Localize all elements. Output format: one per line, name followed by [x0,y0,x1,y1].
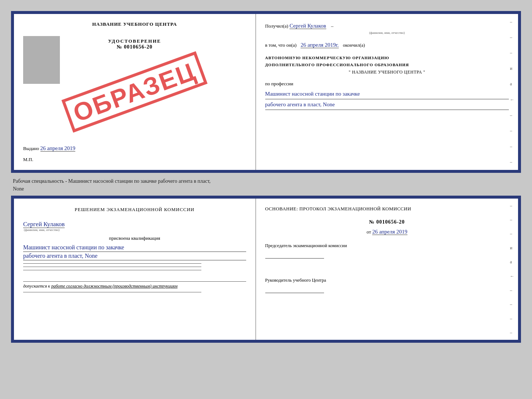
chairman-block: Председатель экзаменационной комиссии [265,242,509,259]
protocol-number: № 0010656-20 [265,219,509,225]
head-block: Руководитель учебного Центра [265,277,509,293]
head-signature-line [265,286,324,293]
page-wrapper: НАЗВАНИЕ УЧЕБНОГО ЦЕНТРА УДОСТОВЕРЕНИЕ №… [7,7,525,346]
profession-line2: рабочего агента в пласт, None [265,100,509,110]
date-label: в том, что он(а) [265,42,297,48]
decision-title: Решением экзаменационной комиссии [23,206,246,213]
org-line2: ДОПОЛНИТЕЛЬНОГО ПРОФЕССИОНАЛЬНОГО ОБРАЗО… [265,61,509,68]
name-hint: (фамилия, имя, отчество) [24,228,246,232]
finished-label: окончил(а) [343,42,365,48]
profession-label: по профессии [265,80,509,88]
permission-prefix: допускается к [23,284,50,289]
mp-row: М.П. [23,157,33,163]
name-row: Сергей Кулаков (фамилия, имя, отчество) [23,221,246,232]
profession-block: по профессии Машинист насосной станции п… [265,80,509,110]
protocol-date-value: 26 апреля 2019 [372,229,407,235]
separator-line1: Рабочая специальность - Машинист насосно… [13,177,521,185]
right-dashes: – – – и а ← – – – – [510,14,514,170]
permission-text: работе согласно должностным (производств… [51,284,177,289]
bottom-qual-line1: Машинист насосной станции по закачке [23,244,246,252]
chairman-label: Председатель экзаменационной комиссии [265,242,509,249]
date-value: 26 апреля 2019г. [301,42,339,48]
obrazec-stamp: ОБРАЗЕЦ [61,51,208,132]
separator-text: Рабочая специальность - Машинист насосно… [13,177,521,193]
issued-date: 26 апреля 2019 [40,145,76,152]
received-label: Получил(а) [265,23,288,29]
org-line1: АВТОНОМНУЮ НЕКОММЕРЧЕСКУЮ ОРГАНИЗАЦИЮ [265,54,509,61]
bottom-right-panel: Основание: протокол экзаменационной коми… [256,199,518,340]
bottom-right-dashes: – – – и а ← – – – – [510,199,514,340]
top-document: НАЗВАНИЕ УЧЕБНОГО ЦЕНТРА УДОСТОВЕРЕНИЕ №… [11,11,521,173]
bottom-document: Решением экзаменационной комиссии Сергей… [11,196,521,343]
issued-row: Выдано 26 апреля 2019 [23,145,75,152]
protocol-date: от 26 апреля 2019 [265,229,509,235]
org-block: АВТОНОМНУЮ НЕКОММЕРЧЕСКУЮ ОРГАНИЗАЦИЮ ДО… [265,54,509,76]
separator-line2: None [13,185,521,193]
recipient-hint: (фамилия, имя, отчество) [265,30,509,35]
top-right-panel: Получил(а) Сергей Кулаков – (фамилия, им… [256,14,518,170]
head-label: Руководитель учебного Центра [265,277,509,284]
chairman-signature-line [265,251,324,259]
received-row: Получил(а) Сергей Кулаков – (фамилия, им… [265,21,509,35]
top-left-title: НАЗВАНИЕ УЧЕБНОГО ЦЕНТРА [23,21,246,27]
assigned-label: присвоена квалификация [23,235,246,241]
recipient-name: Сергей Кулаков [290,23,326,29]
issued-label: Выдано [23,146,39,151]
cert-label: УДОСТОВЕРЕНИЕ [23,38,246,44]
profession-line1: Машинист насосной станции по закачке [265,89,509,99]
bottom-qual-line2: рабочего агента в пласт, None [23,253,246,260]
protocol-date-prefix: от [367,229,371,235]
permission-row: допускается к работе согласно должностны… [23,281,246,289]
top-left-panel: НАЗВАНИЕ УЧЕБНОГО ЦЕНТРА УДОСТОВЕРЕНИЕ №… [14,14,256,170]
date-row: в том, что он(а) 26 апреля 2019г. окончи… [265,40,509,49]
cert-number: № 0010656-20 [23,44,246,50]
bottom-left-panel: Решением экзаменационной комиссии Сергей… [14,199,256,340]
bottom-name: Сергей Кулаков [23,221,65,228]
certificate-block: УДОСТОВЕРЕНИЕ № 0010656-20 [23,38,246,50]
org-name: " НАЗВАНИЕ УЧЕБНОГО ЦЕНТРА " [265,68,509,76]
basis-title: Основание: протокол экзаменационной коми… [265,206,509,212]
